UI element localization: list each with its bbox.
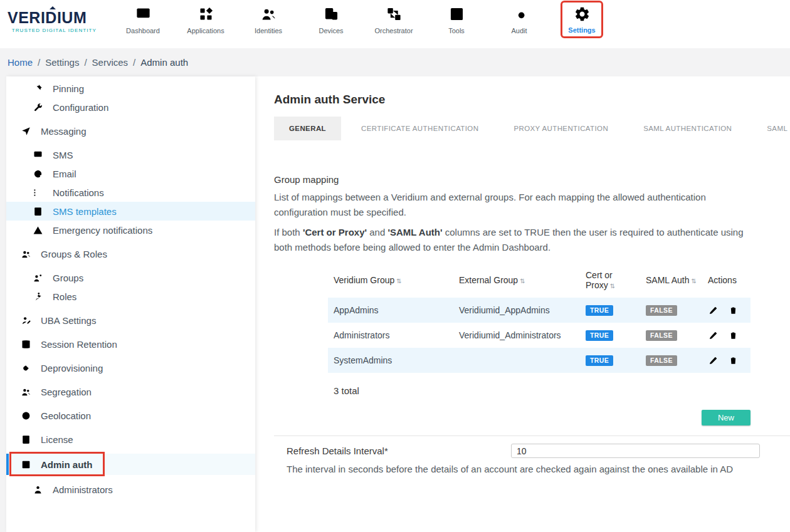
people-icon — [21, 387, 31, 397]
table-row: SystemAdmins TRUE FALSE — [328, 348, 750, 373]
people-gear-icon — [33, 273, 43, 283]
edit-pencil-icon[interactable] — [708, 330, 719, 341]
pin-icon — [33, 83, 43, 94]
description-2-part: If both — [274, 227, 303, 237]
nav-applications[interactable]: Applications — [174, 6, 237, 48]
settings-sidebar: Pinning Configuration Messaging SMS Emai… — [6, 76, 255, 532]
sidebar-item-configuration[interactable]: Configuration — [6, 98, 255, 117]
column-header-cert-or-proxy[interactable]: Cert or Proxy⇅ — [580, 270, 640, 290]
sidebar-item-label: Configuration — [53, 102, 108, 113]
sidebar-item-session-retention[interactable]: Session Retention — [6, 335, 255, 353]
sidebar-item-email[interactable]: Email — [6, 164, 255, 183]
sidebar-item-label: Emergency notifications — [53, 225, 152, 236]
column-header-external-group[interactable]: External Group⇅ — [453, 275, 580, 285]
nav-dashboard[interactable]: Dashboard — [112, 6, 174, 48]
cell-actions — [702, 305, 750, 316]
sidebar-item-uba-settings[interactable]: UBA Settings — [6, 311, 255, 330]
nav-orchestrator[interactable]: Orchestrator — [362, 6, 425, 48]
delete-trash-icon[interactable] — [728, 305, 739, 316]
sidebar-item-messaging[interactable]: Messaging — [6, 122, 255, 140]
sidebar-item-segregation[interactable]: Segregation — [6, 382, 255, 401]
list-icon — [33, 187, 43, 198]
nav-devices[interactable]: Devices — [300, 6, 362, 48]
nav-devices-label: Devices — [319, 27, 343, 34]
sidebar-item-deprovisioning[interactable]: Deprovisioning — [6, 358, 255, 377]
sidebar-item-administrators[interactable]: Administrators — [6, 480, 255, 499]
tab-saml-authentication[interactable]: SAML AUTHENTICATION — [628, 117, 747, 140]
edit-pencil-icon[interactable] — [708, 355, 719, 366]
sidebar-item-label: License — [41, 434, 73, 445]
nav-audit[interactable]: Audit — [488, 6, 550, 48]
sidebar-item-label: UBA Settings — [41, 315, 96, 326]
breadcrumb-services[interactable]: Services — [92, 57, 129, 68]
cell-actions — [702, 355, 750, 366]
cell-veridium-group: AppAdmins — [328, 305, 453, 315]
top-navigation-bar: VERIDIUM TRUSTED DIGITAL IDENTITY Dashbo… — [0, 0, 790, 48]
breadcrumb-home[interactable]: Home — [8, 57, 33, 68]
breadcrumb-separator: / — [84, 57, 87, 68]
group-mapping-heading: Group mapping — [274, 174, 752, 185]
tab-certificate-authentication[interactable]: CERTIFICATE AUTHENTICATION — [346, 117, 493, 140]
nav-audit-label: Audit — [511, 27, 527, 34]
sort-icon[interactable]: ⇅ — [520, 278, 525, 284]
globe-icon — [21, 410, 31, 421]
warning-triangle-icon — [33, 225, 43, 236]
nav-applications-label: Applications — [187, 27, 224, 34]
sidebar-item-license[interactable]: License — [6, 430, 255, 449]
document-icon — [33, 206, 43, 217]
delete-trash-icon[interactable] — [728, 330, 739, 341]
cell-cert-or-proxy: TRUE — [580, 305, 640, 316]
nav-identities-label: Identities — [255, 27, 282, 34]
tab-saml-keys[interactable]: SAML KE — [752, 117, 790, 140]
sort-icon[interactable]: ⇅ — [692, 278, 697, 284]
sidebar-item-emergency-notifications[interactable]: Emergency notifications — [6, 221, 255, 239]
cell-external-group: Veridiumid_AppAdmins — [453, 305, 580, 315]
description-2-bold-saml-auth: 'SAML Auth' — [387, 227, 442, 237]
sidebar-item-label: Pinning — [53, 83, 84, 94]
new-button[interactable]: New — [702, 410, 750, 425]
monitor-icon — [135, 6, 152, 23]
sort-icon[interactable]: ⇅ — [396, 278, 401, 284]
edit-pencil-icon[interactable] — [708, 305, 719, 316]
sidebar-item-roles[interactable]: Roles — [6, 287, 255, 306]
nav-tools[interactable]: Tools — [425, 6, 488, 48]
sidebar-item-geolocation[interactable]: Geolocation — [6, 406, 255, 425]
cell-saml-auth: FALSE — [640, 305, 702, 316]
status-badge-false: FALSE — [646, 305, 677, 316]
sidebar-item-label: SMS templates — [53, 206, 117, 217]
sort-icon[interactable]: ⇅ — [610, 283, 615, 289]
tab-proxy-authentication[interactable]: PROXY AUTHENTICATION — [498, 117, 623, 140]
nav-settings[interactable]: Settings — [550, 6, 613, 48]
broom-icon — [21, 363, 31, 373]
breadcrumb: Home / Settings / Services / Admin auth — [0, 48, 790, 76]
brand-tagline: TRUSTED DIGITAL IDENTITY — [8, 28, 97, 33]
sidebar-item-sms-templates[interactable]: SMS templates — [6, 202, 255, 221]
sidebar-item-label: Administrators — [53, 484, 113, 495]
sidebar-item-label: Notifications — [53, 187, 104, 198]
sidebar-item-groups-roles[interactable]: Groups & Roles — [6, 244, 255, 263]
sidebar-item-label: Groups — [53, 273, 83, 283]
description-2-bold-cert-or-proxy: 'Cert or Proxy' — [303, 227, 367, 237]
column-header-saml-auth[interactable]: SAML Auth⇅ — [640, 275, 702, 285]
cell-actions — [702, 330, 750, 341]
sidebar-item-pinning[interactable]: Pinning — [6, 79, 255, 98]
activity-box-icon — [448, 6, 465, 23]
breadcrumb-settings[interactable]: Settings — [45, 57, 79, 68]
sidebar-item-sms[interactable]: SMS — [6, 145, 255, 164]
column-header-veridium-group[interactable]: Veridium Group⇅ — [328, 275, 453, 285]
sidebar-item-admin-auth[interactable]: Admin auth — [6, 454, 255, 475]
sidebar-item-label: SMS — [53, 150, 73, 160]
delete-trash-icon[interactable] — [728, 355, 739, 366]
sidebar-item-groups[interactable]: Groups — [6, 268, 255, 287]
tab-general[interactable]: GENERAL — [274, 117, 341, 140]
veridium-logo[interactable]: VERIDIUM TRUSTED DIGITAL IDENTITY — [8, 9, 103, 48]
sidebar-item-notifications[interactable]: Notifications — [6, 183, 255, 202]
nav-orchestrator-label: Orchestrator — [374, 27, 413, 34]
group-mapping-table: Veridium Group⇅ External Group⇅ Cert or … — [328, 263, 750, 373]
lock-box-icon — [21, 459, 31, 470]
refresh-interval-row: Refresh Details Interval* — [274, 444, 790, 458]
nav-identities[interactable]: Identities — [237, 6, 300, 48]
description-2-part: and — [367, 227, 387, 237]
status-badge-true: TRUE — [586, 355, 613, 366]
refresh-interval-input[interactable] — [511, 444, 760, 458]
